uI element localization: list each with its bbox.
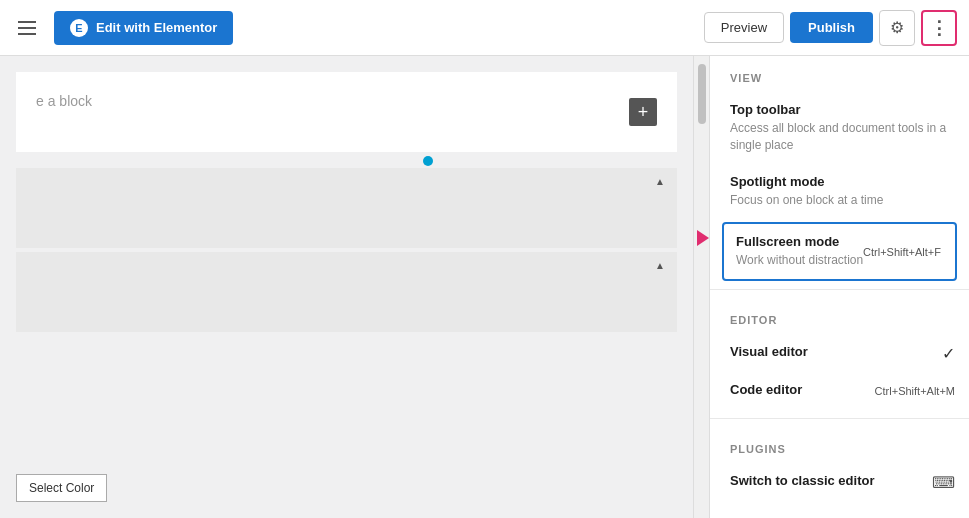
view-section-label: VIEW [710, 56, 969, 92]
elementor-icon: E [70, 19, 88, 37]
editor-content: e a block + ▲ ▲ Select Color [0, 56, 693, 518]
arrow-pointer [697, 230, 709, 246]
menu-item-fullscreen-mode[interactable]: Fullscreen mode Work without distraction… [722, 222, 957, 281]
fullscreen-mode-shortcut: Ctrl+Shift+Alt+F [863, 246, 941, 258]
add-block-button[interactable]: + [629, 98, 657, 126]
menu-item-top-toolbar[interactable]: Top toolbar Access all block and documen… [710, 92, 969, 164]
settings-button[interactable]: ⚙ [879, 10, 915, 46]
menu-item-switch-classic[interactable]: Switch to classic editor ⌨ [710, 463, 969, 501]
plugins-section-label: PLUGINS [710, 427, 969, 463]
top-toolbar-title: Top toolbar [730, 102, 949, 117]
select-color-button[interactable]: Select Color [16, 474, 107, 502]
editor-section-2: ▲ [16, 252, 677, 332]
add-icon: + [638, 102, 649, 123]
keyboard-icon: ⌨ [932, 473, 955, 492]
visual-editor-check: ✓ [942, 344, 955, 363]
top-toolbar-desc: Access all block and document tools in a… [730, 120, 949, 154]
toolbar-left: E Edit with Elementor [12, 11, 233, 45]
more-options-button[interactable]: ⋮ [921, 10, 957, 46]
more-icon: ⋮ [930, 17, 948, 39]
editor-section-label: EDITOR [710, 298, 969, 334]
section-arrow-2: ▲ [655, 260, 665, 271]
section-arrow-1: ▲ [655, 176, 665, 187]
publish-button[interactable]: Publish [790, 12, 873, 43]
hamburger-line-3 [18, 33, 36, 35]
settings-icon: ⚙ [890, 18, 904, 37]
dot-indicator [423, 156, 433, 166]
editor-area: e a block + ▲ ▲ Select Color [0, 56, 709, 518]
switch-classic-title: Switch to classic editor [730, 473, 949, 488]
block-area: e a block + [16, 72, 677, 152]
hamburger-line-2 [18, 27, 36, 29]
edit-with-elementor-button[interactable]: E Edit with Elementor [54, 11, 233, 45]
divider-2 [710, 418, 969, 419]
menu-item-code-editor[interactable]: Code editor Ctrl+Shift+Alt+M [710, 372, 969, 410]
preview-button[interactable]: Preview [704, 12, 784, 43]
elementor-button-label: Edit with Elementor [96, 20, 217, 35]
menu-item-visual-editor[interactable]: Visual editor ✓ [710, 334, 969, 372]
editor-section-1: ▲ [16, 168, 677, 248]
code-editor-shortcut: Ctrl+Shift+Alt+M [875, 385, 955, 397]
editor-scrollbar[interactable] [693, 56, 709, 518]
hamburger-button[interactable] [12, 15, 42, 41]
spotlight-mode-title: Spotlight mode [730, 174, 949, 189]
visual-editor-title: Visual editor [730, 344, 949, 359]
top-toolbar: E Edit with Elementor Preview Publish ⚙ … [0, 0, 969, 56]
block-placeholder-text: e a block [36, 93, 92, 109]
toolbar-right: Preview Publish ⚙ ⋮ [704, 10, 957, 46]
divider-1 [710, 289, 969, 290]
spotlight-mode-desc: Focus on one block at a time [730, 192, 949, 209]
view-menu-panel: VIEW Top toolbar Access all block and do… [709, 56, 969, 518]
editor-scrollbar-thumb [698, 64, 706, 124]
hamburger-line-1 [18, 21, 36, 23]
menu-item-spotlight-mode[interactable]: Spotlight mode Focus on one block at a t… [710, 164, 969, 219]
